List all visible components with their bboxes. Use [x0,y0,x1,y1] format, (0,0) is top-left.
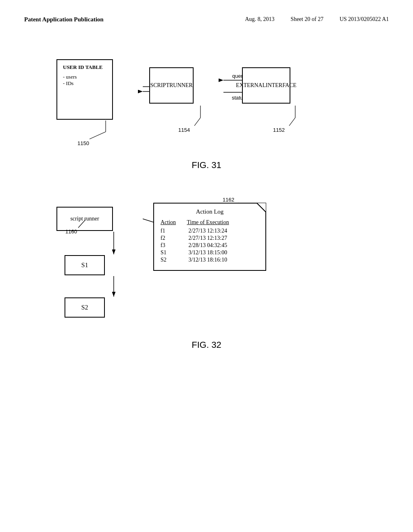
table-row: S13/12/13 18:15:00 [161,249,259,256]
fig32-area: 1160 1162 script runner S1 S2 [24,195,389,350]
fig31-area: query status 1150 1154 1152 [24,47,389,170]
script-runner-line2: RUNNER [169,82,193,89]
publication-label: Patent Application Publication [24,16,104,23]
user-id-item2: - IDs [63,80,73,87]
col-time-header: Time of Execution [187,219,259,227]
dog-ear-icon [257,203,266,212]
script-runner-line1: SCRIPT [150,82,169,89]
action-cell: S2 [161,256,187,264]
header-patent: US 2013/0205022 A1 [340,16,389,23]
header: Patent Application Publication Aug. 8, 2… [24,16,389,23]
external-interface-box: EXTERNAL INTERFACE [242,67,290,104]
s2-label: S2 [81,304,88,311]
external-interface-line1: EXTERNAL [236,82,266,89]
svg-text:1150: 1150 [77,140,89,146]
svg-line-15 [289,118,295,126]
time-cell: 2/27/13 12:13:24 [187,227,259,235]
action-cell: f1 [161,227,187,235]
time-cell: 2/27/13 12:13:27 [187,235,259,242]
fig32-caption: FIG. 32 [24,340,389,350]
action-cell: f2 [161,235,187,242]
s2-box: S2 [65,297,105,318]
script-runner-box: SCRIPT RUNNER [149,67,194,104]
action-log-table: Action Time of Execution f12/27/13 12:13… [161,219,259,264]
time-cell: 3/12/13 18:15:00 [187,249,259,256]
svg-text:1154: 1154 [178,127,190,133]
s1-label: S1 [81,262,88,269]
col-action-header: Action [161,219,187,227]
table-row: f12/27/13 12:13:24 [161,227,259,235]
svg-line-9 [90,132,106,139]
header-sheet: Sheet 20 of 27 [291,16,323,23]
header-right: Aug. 8, 2013 Sheet 20 of 27 US 2013/0205… [245,16,389,23]
script-runner-label2: script runner [70,216,99,222]
s1-box: S1 [65,255,105,275]
time-cell: 3/12/13 18:16:10 [187,256,259,264]
user-id-title: USER ID TABLE [63,64,103,71]
action-cell: S1 [161,249,187,256]
fig31-diagram: query status 1150 1154 1152 [24,47,389,152]
table-row: f32/28/13 04:32:45 [161,242,259,249]
script-runner-box2: script runner [56,207,113,231]
svg-text:1152: 1152 [273,127,285,133]
action-log-title: Action Log [161,208,259,215]
user-id-item1: - users [63,74,77,80]
table-row: f22/27/13 12:13:27 [161,235,259,242]
user-id-table-box: USER ID TABLE - users - IDs [56,59,113,120]
svg-line-12 [194,118,200,126]
header-date: Aug. 8, 2013 [245,16,274,23]
table-row: S23/12/13 18:16:10 [161,256,259,264]
page: Patent Application Publication Aug. 8, 2… [0,0,413,532]
fig31-caption: FIG. 31 [24,160,389,170]
action-log-box: Action Log Action Time of Execution f12/… [153,203,266,271]
external-interface-line2: INTERFACE [266,82,296,89]
time-cell: 2/28/13 04:32:45 [187,242,259,249]
fig32-diagram: 1160 1162 script runner S1 S2 [24,195,389,332]
action-cell: f3 [161,242,187,249]
svg-text:1162: 1162 [223,197,234,203]
